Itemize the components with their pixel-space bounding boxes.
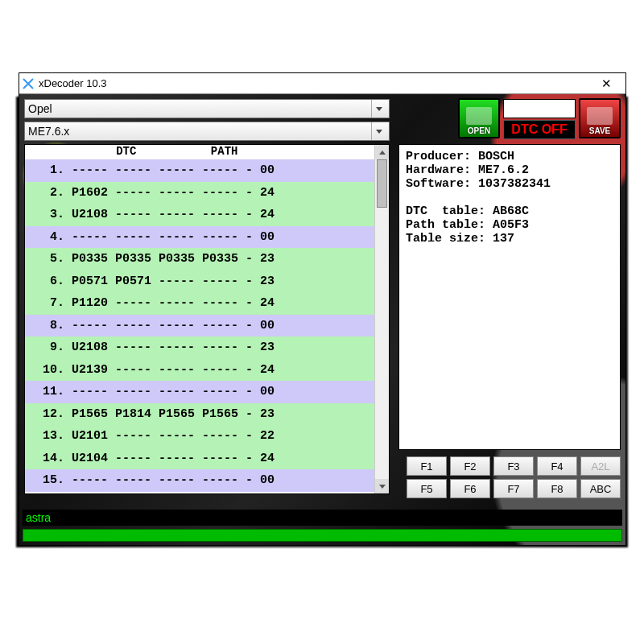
info-hardware: ME7.6.2 — [478, 163, 529, 177]
open-button-label: OPEN — [468, 126, 490, 135]
scroll-up-arrow-icon[interactable] — [375, 145, 389, 159]
info-path-table-label: Path table: — [406, 218, 485, 232]
fkey-f4[interactable]: F4 — [537, 456, 577, 476]
table-row[interactable]: 15. ----- ----- ----- ----- - 00 — [25, 469, 374, 492]
close-icon: ✕ — [601, 76, 612, 91]
scroll-thumb[interactable] — [377, 159, 387, 208]
function-key-pad: F1F2F3F4A2LF5F6F7F8ABC — [407, 456, 621, 498]
info-hardware-label: Hardware: — [406, 163, 471, 177]
title-bar[interactable]: xDecoder 10.3 ✕ — [19, 73, 625, 94]
client-area: Opel ME7.6.x OPEN DTC OFF SAVE — [19, 94, 625, 545]
fkey-a2l: A2L — [580, 456, 621, 476]
table-row[interactable]: 11. ----- ----- ----- ----- - 00 — [25, 381, 374, 403]
table-row[interactable]: 14. U2104 ----- ----- ----- - 24 — [25, 448, 374, 470]
status-box — [503, 99, 576, 118]
table-row[interactable]: 1. ----- ----- ----- ----- - 00 — [25, 159, 374, 182]
info-software: 1037382341 — [478, 177, 551, 191]
table-row[interactable]: 3. U2108 ----- ----- ----- - 24 — [25, 204, 374, 226]
app-icon — [23, 78, 34, 89]
save-button[interactable]: SAVE — [579, 98, 621, 138]
folder-icon — [587, 107, 613, 125]
fkey-f5[interactable]: F5 — [407, 479, 447, 498]
fkey-f2[interactable]: F2 — [450, 456, 490, 476]
dtc-list-panel: DTC PATH 1. ----- ----- ----- ----- - 00… — [24, 144, 390, 494]
dtc-off-button[interactable]: DTC OFF — [503, 120, 576, 139]
folder-icon — [466, 107, 492, 125]
table-row[interactable]: 4. ----- ----- ----- ----- - 00 — [25, 226, 374, 249]
app-window: xDecoder 10.3 ✕ Opel ME7.6.x OPEN DTC OF… — [19, 72, 626, 546]
info-table-size: 137 — [493, 232, 514, 246]
list-body: 1. ----- ----- ----- ----- - 00 2. P1602… — [25, 159, 374, 493]
dtc-off-label: DTC OFF — [511, 122, 567, 137]
table-row[interactable]: 13. U2101 ----- ----- ----- - 22 — [25, 425, 374, 448]
window-title: xDecoder 10.3 — [39, 77, 107, 89]
fkey-abc[interactable]: ABC — [580, 479, 621, 498]
info-dtc-table: AB68C — [493, 204, 529, 218]
fkey-f8[interactable]: F8 — [537, 479, 577, 498]
save-button-label: SAVE — [589, 126, 611, 135]
fkey-f6[interactable]: F6 — [450, 479, 490, 498]
info-panel: Producer: BOSCH Hardware: ME7.6.2 Softwa… — [398, 144, 621, 450]
info-producer-label: Producer: — [406, 150, 471, 163]
progress-bar — [23, 529, 622, 542]
make-dropdown-value: Opel — [28, 102, 52, 115]
table-row[interactable]: 2. P1602 ----- ----- ----- - 24 — [25, 182, 374, 204]
info-table-size-label: Table size: — [406, 232, 485, 246]
ecu-dropdown[interactable]: ME7.6.x — [24, 122, 390, 141]
chevron-down-icon — [371, 122, 386, 140]
table-row[interactable]: 10. U2139 ----- ----- ----- - 24 — [25, 359, 374, 382]
chevron-down-icon — [371, 100, 386, 118]
action-bar: OPEN DTC OFF SAVE — [458, 97, 621, 139]
fkey-f3[interactable]: F3 — [493, 456, 534, 476]
table-row[interactable]: 7. P1120 ----- ----- ----- - 24 — [25, 292, 374, 315]
info-software-label: Software: — [406, 177, 471, 191]
make-dropdown[interactable]: Opel — [24, 99, 390, 118]
status-bar: astra — [23, 510, 622, 526]
open-button[interactable]: OPEN — [458, 98, 500, 138]
fkey-f1[interactable]: F1 — [407, 456, 447, 476]
ecu-dropdown-value: ME7.6.x — [28, 125, 69, 138]
table-row[interactable]: 8. ----- ----- ----- ----- - 00 — [25, 315, 374, 337]
vertical-scrollbar[interactable] — [374, 145, 389, 493]
table-row[interactable]: 12. P1565 P1814 P1565 P1565 - 23 — [25, 403, 374, 426]
fkey-f7[interactable]: F7 — [493, 479, 534, 498]
table-row[interactable]: 6. P0571 P0571 ----- ----- - 23 — [25, 270, 374, 293]
table-row[interactable]: 5. P0335 P0335 P0335 P0335 - 23 — [25, 248, 374, 270]
info-path-table: A05F3 — [493, 218, 529, 232]
scroll-down-arrow-icon[interactable] — [375, 479, 389, 493]
status-text: astra — [26, 511, 51, 524]
window-close-button[interactable]: ✕ — [590, 74, 622, 93]
table-row[interactable]: 9. U2108 ----- ----- ----- - 23 — [25, 336, 374, 359]
info-producer: BOSCH — [478, 150, 514, 163]
info-dtc-table-label: DTC table: — [406, 204, 485, 218]
list-header: DTC PATH — [25, 145, 389, 159]
